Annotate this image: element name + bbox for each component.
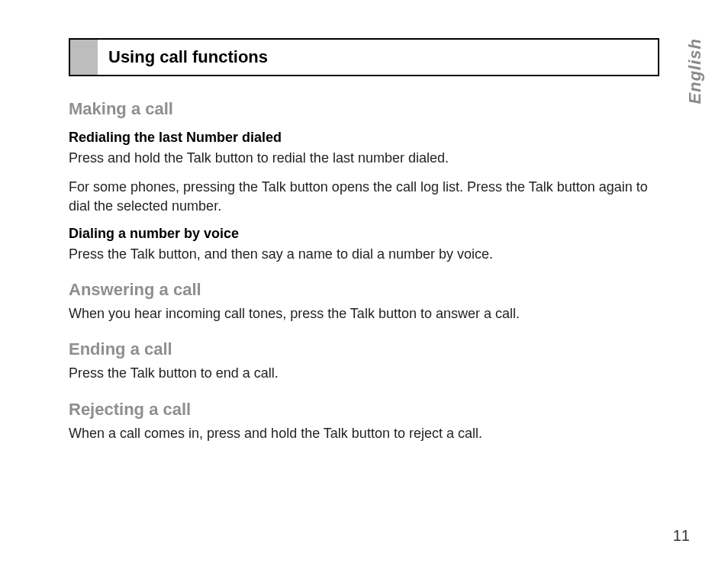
language-tab: English	[685, 38, 705, 104]
paragraph: Press and hold the Talk button to redial…	[69, 149, 659, 167]
paragraph: Press the Talk button, and then say a na…	[69, 245, 659, 263]
paragraph: For some phones, pressing the Talk butto…	[69, 178, 659, 215]
section-title: Using call functions	[98, 40, 658, 75]
section-title-bar: Using call functions	[69, 38, 659, 76]
heading-ending: Ending a call	[69, 339, 659, 359]
subheading-voice-dial: Dialing a number by voice	[69, 226, 659, 242]
subheading-redial: Redialing the last Number dialed	[69, 130, 659, 146]
section-title-accent	[70, 40, 98, 75]
paragraph: When you hear incoming call tones, press…	[69, 304, 659, 323]
paragraph: When a call comes in, press and hold the…	[69, 424, 659, 442]
page-number: 11	[673, 527, 690, 545]
heading-answering: Answering a call	[69, 280, 659, 300]
paragraph: Press the Talk button to end a call.	[69, 364, 659, 382]
heading-rejecting: Rejecting a call	[69, 400, 659, 420]
manual-page: English Using call functions Making a ca…	[0, 0, 728, 566]
heading-making-a-call: Making a call	[69, 99, 659, 119]
